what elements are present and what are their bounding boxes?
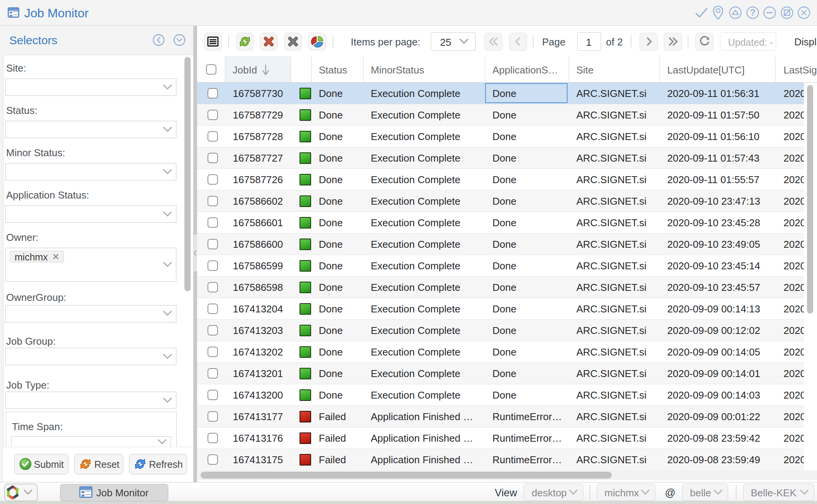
svg-text:?: ? [750, 7, 756, 18]
